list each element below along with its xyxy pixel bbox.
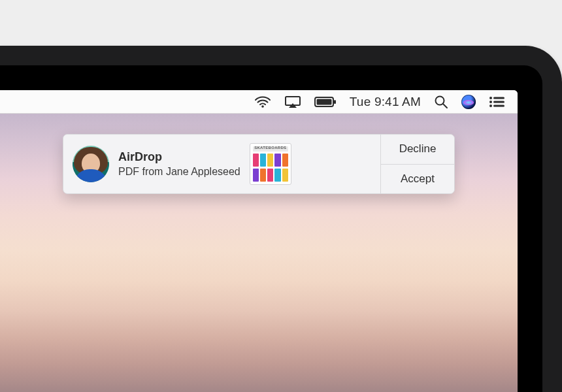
file-thumbnail [250, 143, 291, 185]
svg-point-0 [261, 105, 264, 108]
decline-button[interactable]: Decline [381, 135, 454, 165]
notification-body: AirDrop PDF from Jane Appleseed [63, 135, 380, 193]
svg-rect-3 [316, 99, 331, 105]
wifi-icon[interactable] [254, 90, 271, 114]
accept-button[interactable]: Accept [381, 165, 454, 194]
svg-point-7 [489, 97, 492, 99]
screen-bezel: Tue 9:41 AM [0, 65, 542, 392]
notification-title: AirDrop [118, 150, 240, 164]
airplay-icon[interactable] [284, 90, 301, 114]
laptop-frame: Tue 9:41 AM [0, 46, 562, 392]
svg-rect-12 [493, 105, 504, 106]
airdrop-notification: AirDrop PDF from Jane Appleseed Decline … [63, 134, 455, 194]
svg-point-9 [489, 101, 492, 103]
svg-rect-8 [493, 97, 504, 99]
menu-bar: Tue 9:41 AM [0, 90, 518, 114]
thumbnail-label [253, 146, 288, 152]
svg-point-11 [489, 105, 492, 107]
notification-actions: Decline Accept [380, 135, 454, 193]
menu-bar-clock[interactable]: Tue 9:41 AM [350, 90, 421, 114]
notification-text: AirDrop PDF from Jane Appleseed [118, 150, 240, 178]
spotlight-search-icon[interactable] [434, 90, 448, 114]
notification-subtitle: PDF from Jane Appleseed [118, 165, 240, 178]
battery-icon[interactable] [314, 90, 337, 114]
sender-avatar [73, 146, 109, 182]
svg-line-6 [443, 104, 447, 108]
svg-rect-4 [334, 100, 336, 104]
notification-center-icon[interactable] [489, 90, 504, 114]
svg-rect-10 [493, 101, 504, 103]
siri-icon[interactable] [461, 90, 476, 114]
